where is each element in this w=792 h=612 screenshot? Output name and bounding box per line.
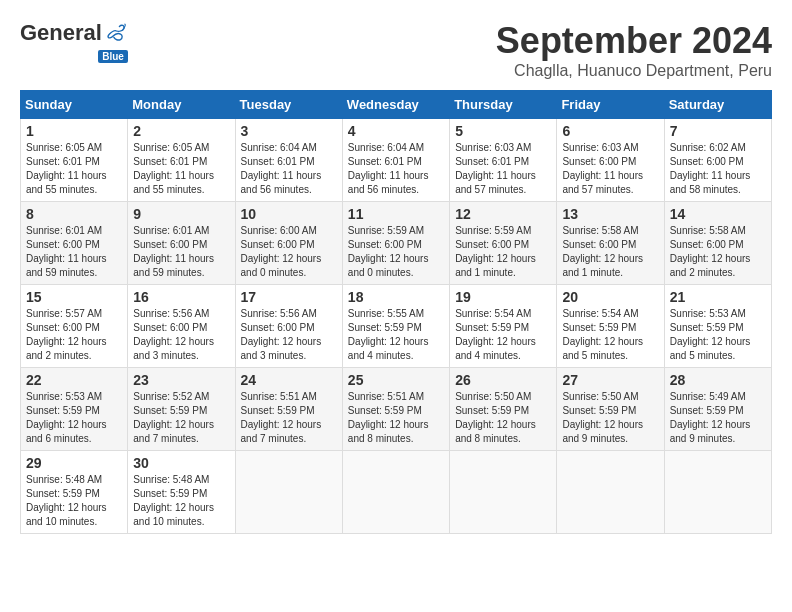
day-header-thursday: Thursday [450,91,557,119]
day-number: 18 [348,289,444,305]
calendar-cell: 29Sunrise: 5:48 AMSunset: 5:59 PMDayligh… [21,451,128,534]
calendar-cell [235,451,342,534]
logo-general-text: General [20,20,102,46]
calendar-week-row: 22Sunrise: 5:53 AMSunset: 5:59 PMDayligh… [21,368,772,451]
day-number: 13 [562,206,658,222]
calendar-cell: 6Sunrise: 6:03 AMSunset: 6:00 PMDaylight… [557,119,664,202]
day-number: 19 [455,289,551,305]
calendar-week-row: 29Sunrise: 5:48 AMSunset: 5:59 PMDayligh… [21,451,772,534]
month-title: September 2024 [496,20,772,62]
day-info: Sunrise: 5:50 AMSunset: 5:59 PMDaylight:… [455,390,551,446]
calendar-cell: 12Sunrise: 5:59 AMSunset: 6:00 PMDayligh… [450,202,557,285]
day-header-saturday: Saturday [664,91,771,119]
day-number: 14 [670,206,766,222]
day-info: Sunrise: 5:51 AMSunset: 5:59 PMDaylight:… [241,390,337,446]
calendar-cell: 15Sunrise: 5:57 AMSunset: 6:00 PMDayligh… [21,285,128,368]
calendar-week-row: 8Sunrise: 6:01 AMSunset: 6:00 PMDaylight… [21,202,772,285]
day-info: Sunrise: 5:48 AMSunset: 5:59 PMDaylight:… [133,473,229,529]
day-number: 27 [562,372,658,388]
calendar-cell: 7Sunrise: 6:02 AMSunset: 6:00 PMDaylight… [664,119,771,202]
day-header-tuesday: Tuesday [235,91,342,119]
calendar-cell: 17Sunrise: 5:56 AMSunset: 6:00 PMDayligh… [235,285,342,368]
day-header-wednesday: Wednesday [342,91,449,119]
calendar-table: SundayMondayTuesdayWednesdayThursdayFrid… [20,90,772,534]
calendar-cell [557,451,664,534]
calendar-header-row: SundayMondayTuesdayWednesdayThursdayFrid… [21,91,772,119]
day-header-sunday: Sunday [21,91,128,119]
day-info: Sunrise: 5:53 AMSunset: 5:59 PMDaylight:… [26,390,122,446]
calendar-cell: 21Sunrise: 5:53 AMSunset: 5:59 PMDayligh… [664,285,771,368]
calendar-cell: 13Sunrise: 5:58 AMSunset: 6:00 PMDayligh… [557,202,664,285]
day-number: 21 [670,289,766,305]
day-info: Sunrise: 6:01 AMSunset: 6:00 PMDaylight:… [133,224,229,280]
day-info: Sunrise: 5:54 AMSunset: 5:59 PMDaylight:… [562,307,658,363]
calendar-cell: 18Sunrise: 5:55 AMSunset: 5:59 PMDayligh… [342,285,449,368]
day-number: 12 [455,206,551,222]
day-info: Sunrise: 5:58 AMSunset: 6:00 PMDaylight:… [670,224,766,280]
day-number: 8 [26,206,122,222]
calendar-cell: 24Sunrise: 5:51 AMSunset: 5:59 PMDayligh… [235,368,342,451]
calendar-cell: 20Sunrise: 5:54 AMSunset: 5:59 PMDayligh… [557,285,664,368]
calendar-cell: 26Sunrise: 5:50 AMSunset: 5:59 PMDayligh… [450,368,557,451]
calendar-week-row: 15Sunrise: 5:57 AMSunset: 6:00 PMDayligh… [21,285,772,368]
day-number: 10 [241,206,337,222]
day-info: Sunrise: 5:56 AMSunset: 6:00 PMDaylight:… [133,307,229,363]
day-info: Sunrise: 6:03 AMSunset: 6:01 PMDaylight:… [455,141,551,197]
day-header-friday: Friday [557,91,664,119]
day-number: 16 [133,289,229,305]
day-number: 25 [348,372,444,388]
logo: General Blue [20,20,128,64]
day-number: 28 [670,372,766,388]
day-number: 29 [26,455,122,471]
calendar-cell: 27Sunrise: 5:50 AMSunset: 5:59 PMDayligh… [557,368,664,451]
day-number: 7 [670,123,766,139]
day-info: Sunrise: 5:48 AMSunset: 5:59 PMDaylight:… [26,473,122,529]
day-info: Sunrise: 6:01 AMSunset: 6:00 PMDaylight:… [26,224,122,280]
calendar-cell [450,451,557,534]
day-number: 5 [455,123,551,139]
calendar-cell: 9Sunrise: 6:01 AMSunset: 6:00 PMDaylight… [128,202,235,285]
title-area: September 2024 Chaglla, Huanuco Departme… [496,20,772,80]
calendar-cell: 19Sunrise: 5:54 AMSunset: 5:59 PMDayligh… [450,285,557,368]
day-number: 1 [26,123,122,139]
calendar-cell: 10Sunrise: 6:00 AMSunset: 6:00 PMDayligh… [235,202,342,285]
calendar-cell: 23Sunrise: 5:52 AMSunset: 5:59 PMDayligh… [128,368,235,451]
logo-blue-label: Blue [98,50,128,63]
day-info: Sunrise: 6:03 AMSunset: 6:00 PMDaylight:… [562,141,658,197]
day-number: 6 [562,123,658,139]
day-info: Sunrise: 5:49 AMSunset: 5:59 PMDaylight:… [670,390,766,446]
calendar-cell [342,451,449,534]
day-info: Sunrise: 5:59 AMSunset: 6:00 PMDaylight:… [348,224,444,280]
calendar-cell: 4Sunrise: 6:04 AMSunset: 6:01 PMDaylight… [342,119,449,202]
day-number: 17 [241,289,337,305]
calendar-cell: 1Sunrise: 6:05 AMSunset: 6:01 PMDaylight… [21,119,128,202]
logo-bird-icon [104,22,126,44]
day-info: Sunrise: 5:53 AMSunset: 5:59 PMDaylight:… [670,307,766,363]
calendar-cell [664,451,771,534]
day-info: Sunrise: 5:55 AMSunset: 5:59 PMDaylight:… [348,307,444,363]
day-number: 2 [133,123,229,139]
day-info: Sunrise: 6:04 AMSunset: 6:01 PMDaylight:… [348,141,444,197]
calendar-week-row: 1Sunrise: 6:05 AMSunset: 6:01 PMDaylight… [21,119,772,202]
day-info: Sunrise: 5:51 AMSunset: 5:59 PMDaylight:… [348,390,444,446]
calendar-cell: 11Sunrise: 5:59 AMSunset: 6:00 PMDayligh… [342,202,449,285]
day-number: 22 [26,372,122,388]
day-number: 15 [26,289,122,305]
day-info: Sunrise: 5:50 AMSunset: 5:59 PMDaylight:… [562,390,658,446]
day-info: Sunrise: 6:04 AMSunset: 6:01 PMDaylight:… [241,141,337,197]
day-info: Sunrise: 5:56 AMSunset: 6:00 PMDaylight:… [241,307,337,363]
day-number: 11 [348,206,444,222]
day-number: 4 [348,123,444,139]
day-number: 23 [133,372,229,388]
location-title: Chaglla, Huanuco Department, Peru [496,62,772,80]
day-info: Sunrise: 6:05 AMSunset: 6:01 PMDaylight:… [133,141,229,197]
calendar-cell: 14Sunrise: 5:58 AMSunset: 6:00 PMDayligh… [664,202,771,285]
calendar-cell: 2Sunrise: 6:05 AMSunset: 6:01 PMDaylight… [128,119,235,202]
day-info: Sunrise: 5:54 AMSunset: 5:59 PMDaylight:… [455,307,551,363]
day-header-monday: Monday [128,91,235,119]
day-number: 26 [455,372,551,388]
calendar-cell: 16Sunrise: 5:56 AMSunset: 6:00 PMDayligh… [128,285,235,368]
day-info: Sunrise: 5:59 AMSunset: 6:00 PMDaylight:… [455,224,551,280]
calendar-cell: 5Sunrise: 6:03 AMSunset: 6:01 PMDaylight… [450,119,557,202]
day-info: Sunrise: 6:05 AMSunset: 6:01 PMDaylight:… [26,141,122,197]
